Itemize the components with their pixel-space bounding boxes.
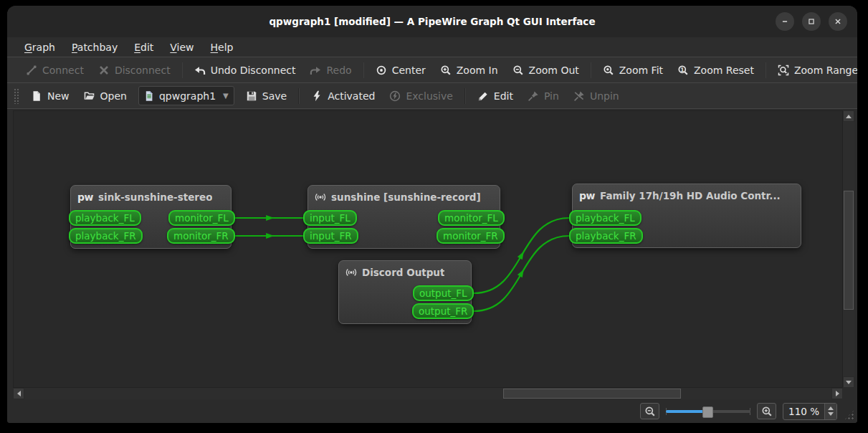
port-discord-output_FR[interactable]: output_FR	[412, 303, 474, 319]
port-sink-monitor_FL[interactable]: monitor_FL	[168, 210, 235, 226]
scroll-down-button[interactable]	[843, 376, 854, 388]
graph-canvas[interactable]: pwsink-sunshine-stereoplayback_FLplaybac…	[13, 110, 843, 388]
port-sunshine-monitor_FR[interactable]: monitor_FR	[437, 228, 505, 244]
redo-button[interactable]: Redo	[302, 62, 358, 79]
horizontal-scrollbar[interactable]	[13, 388, 843, 399]
scroll-left-button[interactable]	[13, 388, 24, 399]
statusbar-zoom-in-button[interactable]	[757, 403, 776, 419]
toolbar-button-label: Zoom Fit	[619, 65, 663, 76]
app-icon	[345, 267, 357, 278]
toolbar-button-label: Edit	[494, 90, 513, 102]
zoom-fit-icon	[603, 65, 614, 76]
zoom-reset-button[interactable]: 1Zoom Reset	[670, 62, 761, 79]
minimize-icon	[780, 16, 790, 27]
toolbar-separator	[182, 62, 183, 78]
activated-button[interactable]: Activated	[304, 87, 382, 105]
toolbar-button-label: Pin	[544, 90, 559, 102]
toolbar-button-label: Exclusive	[406, 90, 452, 102]
zoom-slider-handle[interactable]	[702, 406, 713, 418]
connections-layer	[14, 111, 842, 387]
toolbar-button-label: Disconnect	[115, 65, 171, 76]
save-button[interactable]: Save	[239, 87, 294, 105]
new-icon	[31, 90, 42, 102]
statusbar-zoom-out-button[interactable]	[640, 403, 659, 419]
port-sunshine-input_FR[interactable]: input_FR	[303, 228, 358, 244]
scroll-up-button[interactable]	[843, 110, 854, 122]
vertical-scrollbar[interactable]	[843, 110, 854, 388]
chevron-down-icon: ▼	[223, 92, 229, 100]
app-icon	[315, 191, 326, 203]
pw-icon: pw	[579, 191, 595, 201]
toolbar-button-label: Zoom Reset	[694, 65, 754, 76]
zoom-level-value: 110 %	[783, 404, 824, 419]
redo-icon	[310, 65, 321, 76]
titlebar[interactable]: qpwgraph1 [modified] — A PipeWire Graph …	[7, 6, 857, 37]
zoom-out-icon	[512, 65, 524, 76]
zoom-in-icon	[761, 406, 773, 417]
zoom-level-spinbox[interactable]: 110 %	[783, 403, 837, 420]
exclusive-button[interactable]: Exclusive	[382, 87, 459, 105]
minimize-button[interactable]	[776, 12, 794, 31]
open-icon	[84, 90, 95, 102]
node-title: Family 17h/19h HD Audio Contr...	[600, 190, 781, 201]
port-sink-monitor_FR[interactable]: monitor_FR	[167, 228, 235, 244]
toolbar-separator	[591, 62, 591, 78]
port-family-playback_FR[interactable]: playback_FR	[569, 228, 643, 244]
menu-patchbay[interactable]: Patchbay	[65, 40, 125, 54]
zoom-reset-icon: 1	[677, 65, 689, 76]
pin-button[interactable]: Pin	[520, 87, 566, 105]
scroll-right-button[interactable]	[831, 388, 843, 399]
zoom-range-icon	[778, 65, 789, 76]
disconnect-icon	[98, 65, 110, 76]
center-button[interactable]: Center	[368, 62, 433, 79]
node-header: sunshine [sunshine-record]	[308, 186, 500, 203]
undo-disconnect-button[interactable]: Undo Disconnect	[187, 62, 303, 79]
node-title: sink-sunshine-stereo	[98, 191, 213, 203]
maximize-button[interactable]	[802, 12, 821, 31]
toolbar-button-label: New	[47, 90, 70, 102]
horizontal-scroll-thumb[interactable]	[503, 389, 681, 399]
port-sunshine-monitor_FL[interactable]: monitor_FL	[438, 210, 505, 226]
toolbar-drag-handle[interactable]	[14, 88, 19, 104]
file-icon	[143, 90, 155, 102]
zoom-range-button[interactable]: Zoom Range	[771, 62, 857, 79]
port-family-playback_FL[interactable]: playback_FL	[569, 210, 642, 226]
connect-button[interactable]: Connect	[19, 62, 91, 79]
spin-arrows[interactable]	[824, 404, 836, 419]
vertical-scroll-thumb[interactable]	[844, 191, 854, 310]
new-button[interactable]: New	[24, 87, 77, 105]
toolbar-button-label: Connect	[42, 65, 84, 76]
close-button[interactable]	[829, 12, 847, 31]
main-area: pwsink-sunshine-stereoplayback_FLplaybac…	[7, 108, 857, 399]
node-header: pwsink-sunshine-stereo	[71, 186, 231, 203]
toolbar-button-label: Activated	[328, 90, 375, 102]
toolbar-graph: ConnectDisconnectUndo DisconnectRedoCent…	[7, 57, 857, 82]
node-header: Discord Output	[339, 261, 471, 278]
menubar: GraphPatchbayEditViewHelp	[7, 37, 857, 57]
edit-button[interactable]: Edit	[470, 87, 520, 105]
port-sunshine-input_FL[interactable]: input_FL	[303, 210, 357, 226]
close-icon	[833, 16, 843, 27]
zoom-fit-button[interactable]: Zoom Fit	[596, 62, 670, 79]
menu-help[interactable]: Help	[204, 40, 241, 54]
disconnect-button[interactable]: Disconnect	[91, 62, 178, 79]
app-window: qpwgraph1 [modified] — A PipeWire Graph …	[7, 6, 857, 423]
window-controls	[776, 12, 847, 31]
resize-grip[interactable]	[844, 410, 854, 420]
toolbar-button-label: Zoom Range	[794, 65, 857, 76]
open-button[interactable]: Open	[77, 87, 134, 105]
zoom-out-button[interactable]: Zoom Out	[505, 62, 586, 79]
zoom-in-button[interactable]: Zoom In	[433, 62, 505, 79]
menu-graph[interactable]: Graph	[17, 40, 62, 54]
zoom-slider[interactable]	[666, 404, 750, 419]
menu-edit[interactable]: Edit	[127, 40, 161, 54]
unpin-button[interactable]: Unpin	[566, 87, 626, 105]
port-sink-playback_FR[interactable]: playback_FR	[69, 228, 143, 244]
toolbar-patchbay: NewOpenqpwgraph1▼SaveActivatedExclusiveE…	[7, 82, 857, 108]
menu-view[interactable]: View	[163, 40, 201, 54]
port-discord-output_FL[interactable]: output_FL	[413, 285, 474, 301]
patchbay-file-selector[interactable]: qpwgraph1▼	[138, 86, 234, 105]
edit-icon	[477, 90, 489, 102]
undo-icon	[194, 65, 206, 76]
port-sink-playback_FL[interactable]: playback_FL	[69, 210, 141, 226]
